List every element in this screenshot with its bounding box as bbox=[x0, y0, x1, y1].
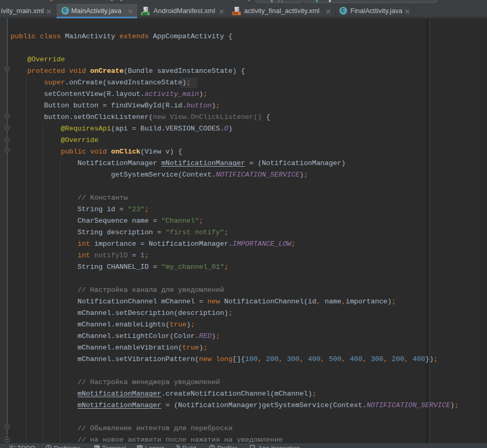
svg-text:MF: MF bbox=[142, 12, 148, 15]
